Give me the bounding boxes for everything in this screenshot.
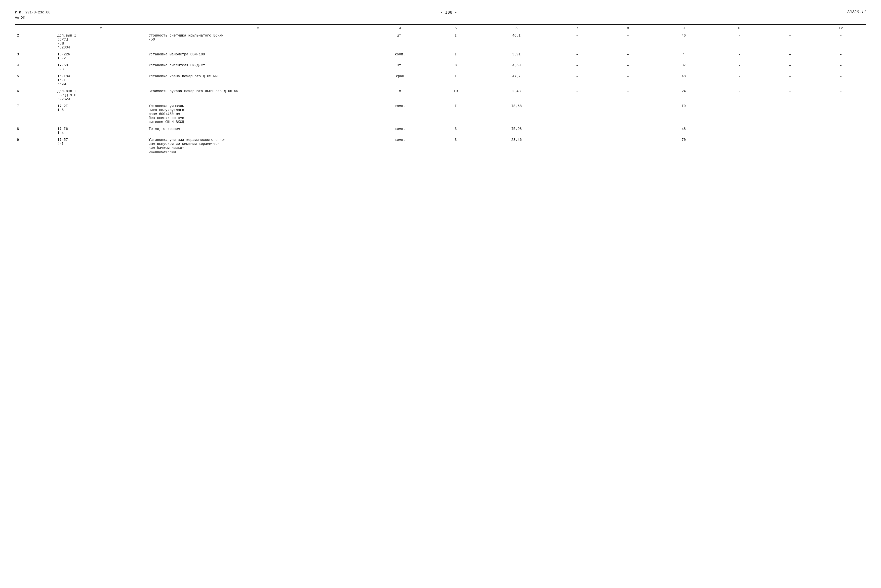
- table-row: 5.I6-I84 I6-I прим.Установка крана пожар…: [15, 73, 866, 88]
- row-num: 8.: [15, 126, 56, 136]
- row-num: 4.: [15, 62, 56, 73]
- row-price: 46,I: [481, 32, 552, 51]
- row-c11: –: [765, 136, 815, 155]
- table-row: 9.I7-57 4-IУстановка унитаза керамическо…: [15, 136, 866, 155]
- row-c12: –: [815, 136, 866, 155]
- table-row: 7.I7-2I I-5Установка умываль- ника полук…: [15, 103, 866, 126]
- row-price: 4,59: [481, 62, 552, 73]
- row-c8: –: [603, 136, 653, 155]
- row-ref: I8-226 I5-2: [56, 51, 147, 62]
- row-qty: 3: [430, 136, 481, 155]
- row-c12: –: [815, 73, 866, 88]
- row-c9: 4: [653, 51, 714, 62]
- row-c10: –: [714, 88, 765, 103]
- row-unit: комп.: [369, 51, 430, 62]
- table-row: 6.Доп.вып.I ССРЦЦ ч.Ш п.2323Стоимость ру…: [15, 88, 866, 103]
- row-c10: –: [714, 136, 765, 155]
- row-c8: –: [603, 103, 653, 126]
- header-ref-line1: г.п. 291-8-23с.88: [15, 10, 50, 15]
- row-desc: Установка манометра ОБМ-100: [147, 51, 369, 62]
- row-qty: IO: [430, 88, 481, 103]
- row-c8: –: [603, 32, 653, 51]
- col-header-2: 2: [56, 25, 147, 32]
- row-c11: –: [765, 32, 815, 51]
- row-num: 5.: [15, 73, 56, 88]
- row-num: 9.: [15, 136, 56, 155]
- col-header-7: 7: [552, 25, 603, 32]
- row-c12: –: [815, 32, 866, 51]
- row-price: 23,46: [481, 136, 552, 155]
- table-row: 8.I7-I6 I-4То же, с краномкомп.3I5,98––4…: [15, 126, 866, 136]
- row-c10: –: [714, 103, 765, 126]
- row-unit: комп.: [369, 103, 430, 126]
- row-c7: –: [552, 62, 603, 73]
- data-table: I 2 3 4 5 6 7 8 9 IO II I2 2.Доп.вып.I С…: [15, 24, 866, 155]
- row-unit: комп.: [369, 126, 430, 136]
- row-unit: кран: [369, 73, 430, 88]
- row-ref: I7-I6 I-4: [56, 126, 147, 136]
- row-num: 3.: [15, 51, 56, 62]
- row-c8: –: [603, 73, 653, 88]
- row-num: 2.: [15, 32, 56, 51]
- header-ref-line2: Ал.УП: [15, 15, 50, 20]
- col-header-5: 5: [430, 25, 481, 32]
- row-price: 2,43: [481, 88, 552, 103]
- row-c9: I9: [653, 103, 714, 126]
- col-header-6: 6: [481, 25, 552, 32]
- row-unit: м: [369, 88, 430, 103]
- table-row: 2.Доп.вып.I ССРСЦ ч.Ш п.2334Стоимость сч…: [15, 32, 866, 51]
- row-unit: шт.: [369, 62, 430, 73]
- row-unit: комп.: [369, 136, 430, 155]
- row-ref: Доп.вып.I ССРСЦ ч.Ш п.2334: [56, 32, 147, 51]
- row-c9: 48: [653, 126, 714, 136]
- row-qty: I: [430, 51, 481, 62]
- row-qty: I: [430, 32, 481, 51]
- row-qty: I: [430, 73, 481, 88]
- row-ref: I7-2I I-5: [56, 103, 147, 126]
- row-c7: –: [552, 126, 603, 136]
- row-c10: –: [714, 126, 765, 136]
- row-c7: –: [552, 103, 603, 126]
- row-c11: –: [765, 103, 815, 126]
- row-desc: Стоимость счетчика крыльчатого ВСКМ- -50: [147, 32, 369, 51]
- row-c12: –: [815, 51, 866, 62]
- table-row: 3.I8-226 I5-2Установка манометра ОБМ-100…: [15, 51, 866, 62]
- row-c11: –: [765, 126, 815, 136]
- row-c7: –: [552, 32, 603, 51]
- row-c8: –: [603, 88, 653, 103]
- row-unit: шт.: [369, 32, 430, 51]
- row-c9: 46: [653, 32, 714, 51]
- row-c10: –: [714, 51, 765, 62]
- row-c9: 70: [653, 136, 714, 155]
- col-header-3: 3: [147, 25, 369, 32]
- row-num: 6.: [15, 88, 56, 103]
- col-header-8: 8: [603, 25, 653, 32]
- row-qty: 8: [430, 62, 481, 73]
- header-doc-num: 23226-11: [847, 10, 866, 14]
- row-ref: I7-57 4-I: [56, 136, 147, 155]
- row-c11: –: [765, 62, 815, 73]
- row-price: 47,7: [481, 73, 552, 88]
- col-header-1: I: [15, 25, 56, 32]
- row-c11: –: [765, 73, 815, 88]
- row-desc: Установка унитаза керамического с ко- сы…: [147, 136, 369, 155]
- row-price: I5,98: [481, 126, 552, 136]
- header-page-num: - I06 -: [50, 10, 847, 15]
- row-num: 7.: [15, 103, 56, 126]
- col-header-10: IO: [714, 25, 765, 32]
- row-c12: –: [815, 103, 866, 126]
- row-desc: Установка смесителя СМ-Д-Ст: [147, 62, 369, 73]
- header-left: г.п. 291-8-23с.88 Ал.УП: [15, 10, 50, 20]
- row-c7: –: [552, 51, 603, 62]
- col-header-12: I2: [815, 25, 866, 32]
- row-c7: –: [552, 136, 603, 155]
- row-c12: –: [815, 126, 866, 136]
- row-c7: –: [552, 88, 603, 103]
- column-header-row: I 2 3 4 5 6 7 8 9 IO II I2: [15, 25, 866, 32]
- row-c9: 48: [653, 73, 714, 88]
- col-header-9: 9: [653, 25, 714, 32]
- page-header: г.п. 291-8-23с.88 Ал.УП - I06 - 23226-11: [15, 10, 866, 20]
- row-qty: 3: [430, 126, 481, 136]
- row-c9: 37: [653, 62, 714, 73]
- row-c12: –: [815, 88, 866, 103]
